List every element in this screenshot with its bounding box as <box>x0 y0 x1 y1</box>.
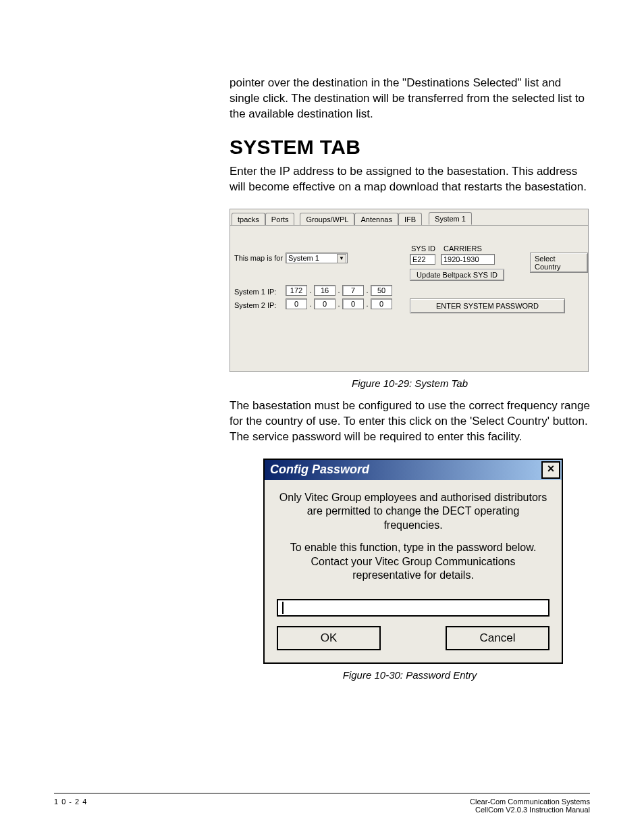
map-select-value: System 1 <box>288 254 319 262</box>
sys1-ip-oct2[interactable]: 16 <box>314 285 336 296</box>
footer-line1: Clear-Com Communication Systems <box>470 798 590 806</box>
config-password-dialog: Config Password × Only Vitec Group emplo… <box>263 459 563 664</box>
sys2-ip-oct2[interactable]: 0 <box>314 298 336 309</box>
footer-line2: CellCom V2.0.3 Instruction Manual <box>470 806 590 814</box>
tab-ports[interactable]: Ports <box>265 213 295 225</box>
sys1-ip-oct1[interactable]: 172 <box>286 285 307 296</box>
tab-system-1[interactable]: System 1 <box>429 212 472 225</box>
carriers-input[interactable]: 1920-1930 <box>441 254 495 265</box>
ok-button[interactable]: OK <box>277 626 381 650</box>
sysid-label: SYS ID <box>411 244 435 253</box>
after-heading-paragraph: Enter the IP address to be assigned to t… <box>230 164 590 195</box>
tab-ifb[interactable]: IFB <box>398 213 422 225</box>
sys2-ip-oct4[interactable]: 0 <box>371 298 392 309</box>
tab-body: This map is for System 1 ▼ System 1 IP: … <box>230 225 588 371</box>
tab-strip: tpacks Ports Groups/WPL Antennas IFB Sys… <box>230 209 588 224</box>
sys2-ip-row: 0. 0. 0. 0 <box>286 298 392 309</box>
select-country-button[interactable]: Select Country <box>530 253 588 273</box>
close-icon[interactable]: × <box>541 461 560 479</box>
dialog-body: Only Vitec Group employees and authorise… <box>265 480 562 594</box>
sys2-ip-oct1[interactable]: 0 <box>286 298 307 309</box>
dialog-title: Config Password <box>270 463 369 477</box>
dialog-message-1: Only Vitec Group employees and authorise… <box>278 491 548 533</box>
mid-paragraph: The basestation must be configured to us… <box>230 398 590 445</box>
sys1-ip-row: 172. 16. 7. 50 <box>286 285 392 296</box>
tab-tpacks[interactable]: tpacks <box>232 213 265 225</box>
sys2-ip-label: System 2 IP: <box>234 301 276 309</box>
figure-system-tab: tpacks Ports Groups/WPL Antennas IFB Sys… <box>230 209 589 372</box>
figure-29-caption: Figure 10-29: System Tab <box>230 377 590 389</box>
intro-paragraph: pointer over the destination in the "Des… <box>230 76 590 122</box>
chevron-down-icon[interactable]: ▼ <box>337 254 346 263</box>
cancel-button[interactable]: Cancel <box>446 626 549 650</box>
sys2-ip-oct3[interactable]: 0 <box>342 298 364 309</box>
carriers-label: CARRIERS <box>444 244 482 253</box>
password-input[interactable] <box>277 599 549 617</box>
update-beltpack-button[interactable]: Update Beltpack SYS ID <box>410 269 504 281</box>
enter-password-button[interactable]: ENTER SYSTEM PASSWORD <box>410 298 565 313</box>
dialog-message-2: To enable this function, type in the pas… <box>278 541 548 583</box>
sys1-ip-label: System 1 IP: <box>234 288 276 296</box>
dialog-title-bar: Config Password × <box>265 460 562 480</box>
tab-groups-wpl[interactable]: Groups/WPL <box>300 213 354 225</box>
figure-30-caption: Figure 10-30: Password Entry <box>230 669 590 681</box>
section-heading: SYSTEM TAB <box>230 136 590 159</box>
footer-page-number: 1 0 - 2 4 <box>54 798 87 814</box>
page-footer: 1 0 - 2 4 Clear-Com Communication System… <box>54 793 590 814</box>
map-select[interactable]: System 1 ▼ <box>286 253 348 263</box>
sysid-input[interactable]: E22 <box>410 254 435 265</box>
sys1-ip-oct4[interactable]: 50 <box>371 285 392 296</box>
map-label: This map is for <box>234 254 283 262</box>
sys1-ip-oct3[interactable]: 7 <box>342 285 364 296</box>
tab-antennas[interactable]: Antennas <box>354 213 398 225</box>
